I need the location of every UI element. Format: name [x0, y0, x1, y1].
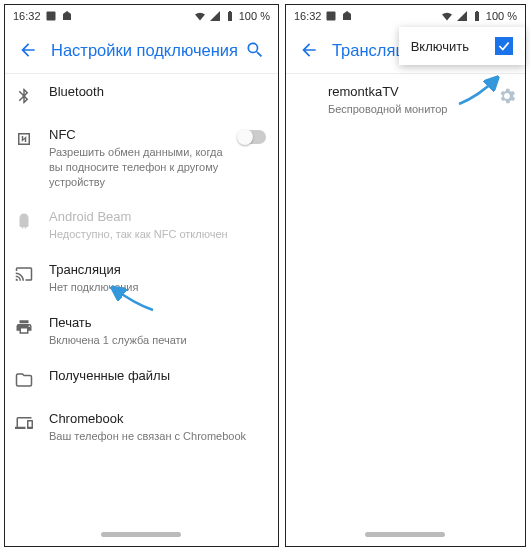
svg-rect-1 — [228, 12, 232, 21]
cast-icon — [15, 265, 33, 283]
row-sub: Ваш телефон не связан с Chromebook — [49, 429, 266, 444]
device-list: remontkaTV Беспроводной монитор — [286, 74, 525, 522]
row-title: Печать — [49, 315, 266, 332]
nav-bar[interactable] — [5, 522, 278, 546]
popup-label: Включить — [411, 39, 469, 54]
nav-pill — [101, 532, 181, 537]
bluetooth-icon — [15, 87, 33, 105]
row-chromebook[interactable]: Chromebook Ваш телефон не связан с Chrom… — [5, 401, 278, 454]
svg-rect-2 — [229, 11, 231, 12]
notif-icon-2 — [341, 10, 353, 22]
notif-icon-1 — [45, 10, 57, 22]
print-icon — [15, 318, 33, 336]
row-nfc[interactable]: NFC Разрешить обмен данными, когда вы по… — [5, 117, 278, 199]
row-received-files[interactable]: Полученные файлы — [5, 358, 278, 401]
row-title: Bluetooth — [49, 84, 266, 101]
svg-rect-5 — [476, 11, 478, 12]
row-title: NFC — [49, 127, 224, 144]
row-cast[interactable]: Трансляция Нет подключения — [5, 252, 278, 305]
row-title: Трансляция — [49, 262, 266, 279]
back-button[interactable] — [292, 33, 326, 67]
enable-popup: Включить — [399, 27, 525, 65]
row-sub: Недоступно, так как NFC отключен — [49, 227, 266, 242]
row-sub: Нет подключения — [49, 280, 266, 295]
row-title: Chromebook — [49, 411, 266, 428]
device-row[interactable]: remontkaTV Беспроводной монитор — [286, 74, 525, 127]
row-title: Полученные файлы — [49, 368, 266, 385]
android-icon — [15, 212, 33, 230]
phone-right: 16:32 100 % Трансляция Включить remontka… — [285, 4, 526, 547]
battery-text: 100 % — [239, 10, 270, 22]
app-bar: Настройки подключения — [5, 27, 278, 73]
device-settings-button[interactable] — [497, 86, 517, 106]
notif-icon-1 — [325, 10, 337, 22]
gear-icon — [497, 86, 517, 106]
nfc-icon — [15, 130, 33, 148]
arrow-left-icon — [18, 40, 38, 60]
wifi-icon — [194, 10, 206, 22]
enable-checkbox[interactable] — [495, 37, 513, 55]
row-title: Android Beam — [49, 209, 266, 226]
svg-rect-3 — [327, 12, 336, 21]
search-button[interactable] — [238, 33, 272, 67]
row-sub: Разрешить обмен данными, когда вы поднос… — [49, 145, 224, 190]
row-bluetooth[interactable]: Bluetooth — [5, 74, 278, 117]
nfc-toggle[interactable] — [238, 130, 266, 144]
svg-rect-0 — [46, 12, 55, 21]
notif-icon-2 — [61, 10, 73, 22]
battery-icon — [224, 10, 236, 22]
svg-rect-4 — [475, 12, 479, 21]
row-sub: Включена 1 служба печати — [49, 333, 266, 348]
status-time: 16:32 — [13, 10, 41, 22]
arrow-left-icon — [299, 40, 319, 60]
row-android-beam: Android Beam Недоступно, так как NFC отк… — [5, 199, 278, 252]
page-title: Настройки подключения — [45, 41, 238, 60]
settings-list: Bluetooth NFC Разрешить обмен данными, к… — [5, 74, 278, 522]
battery-text: 100 % — [486, 10, 517, 22]
battery-icon — [471, 10, 483, 22]
devices-icon — [15, 414, 33, 432]
device-sub: Беспроводной монитор — [328, 102, 513, 117]
status-bar: 16:32 100 % — [286, 5, 525, 27]
row-print[interactable]: Печать Включена 1 служба печати — [5, 305, 278, 358]
folder-icon — [15, 371, 33, 389]
signal-icon — [209, 10, 221, 22]
search-icon — [245, 40, 265, 60]
check-icon — [497, 39, 511, 53]
status-time: 16:32 — [294, 10, 322, 22]
signal-icon — [456, 10, 468, 22]
status-bar: 16:32 100 % — [5, 5, 278, 27]
device-name: remontkaTV — [328, 84, 513, 101]
nav-pill — [365, 532, 445, 537]
back-button[interactable] — [11, 33, 45, 67]
app-bar: Трансляция Включить — [286, 27, 525, 73]
nav-bar[interactable] — [286, 522, 525, 546]
phone-left: 16:32 100 % Настройки подключения Blueto… — [4, 4, 279, 547]
wifi-icon — [441, 10, 453, 22]
